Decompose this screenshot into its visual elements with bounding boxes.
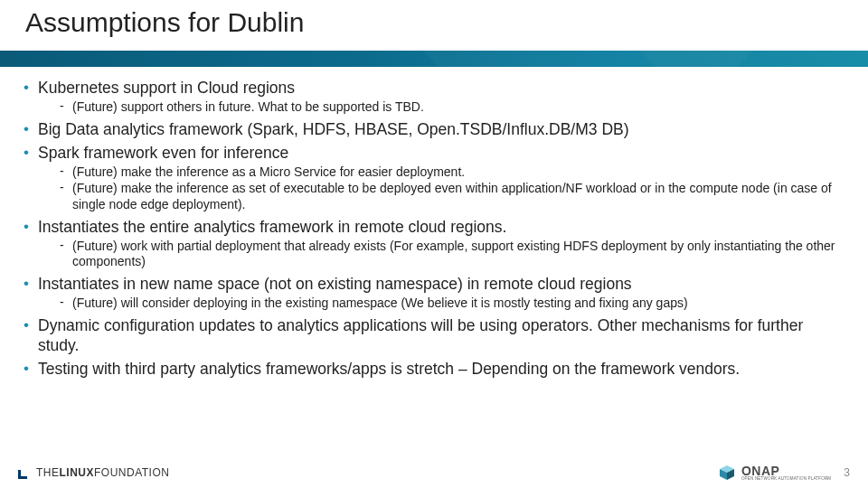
- bullet-text: Spark framework even for inference: [38, 144, 288, 162]
- sub-list: (Future) will consider deploying in the …: [38, 296, 846, 312]
- bullet-item: Dynamic configuration updates to analyti…: [22, 315, 846, 355]
- page-number: 3: [844, 466, 850, 479]
- sub-list: (Future) support others in future. What …: [38, 99, 846, 116]
- footer: THELINUXFOUNDATION ONAP OPEN NETWORK AUT…: [0, 461, 868, 488]
- slide-title: Assumptions for Dublin: [25, 7, 304, 38]
- bullet-item: Testing with third party analytics frame…: [22, 359, 846, 379]
- onap-tagline: OPEN NETWORK AUTOMATION PLATFORM: [741, 477, 831, 482]
- sub-item: (Future) will consider deploying in the …: [60, 296, 846, 312]
- lf-prefix: THE: [36, 466, 60, 479]
- sub-item: (Future) support others in future. What …: [60, 99, 846, 116]
- bullet-text: Instantiates the entire analytics framew…: [38, 218, 506, 236]
- lf-bold: LINUX: [60, 466, 95, 479]
- bullet-item: Kubernetes support in Cloud regions (Fut…: [22, 78, 846, 116]
- onap-cube-icon: [718, 465, 736, 481]
- sub-list: (Future) make the inference as a Micro S…: [38, 164, 846, 213]
- lf-text: THELINUXFOUNDATION: [36, 466, 169, 479]
- sub-item: (Future) work with partial deployment th…: [60, 239, 846, 270]
- bullet-text: Instantiates in new name space (not on e…: [38, 275, 632, 293]
- sub-list: (Future) work with partial deployment th…: [38, 239, 846, 270]
- sub-item: (Future) make the inference as a Micro S…: [60, 164, 846, 181]
- sub-item: (Future) make the inference as set of ex…: [60, 181, 846, 212]
- lf-suffix: FOUNDATION: [94, 466, 169, 479]
- onap-main: ONAP: [741, 465, 831, 477]
- bullet-text: Kubernetes support in Cloud regions: [38, 79, 295, 97]
- bullet-item: Spark framework even for inference (Futu…: [22, 143, 846, 213]
- onap-text: ONAP OPEN NETWORK AUTOMATION PLATFORM: [741, 465, 831, 482]
- bullet-list: Kubernetes support in Cloud regions (Fut…: [22, 78, 846, 379]
- onap-logo: ONAP OPEN NETWORK AUTOMATION PLATFORM: [718, 465, 831, 482]
- slide-body: Kubernetes support in Cloud regions (Fut…: [22, 74, 846, 455]
- bullet-item: Instantiates the entire analytics framew…: [22, 217, 846, 270]
- lf-mark-icon: [18, 466, 31, 479]
- bullet-item: Big Data analytics framework (Spark, HDF…: [22, 119, 846, 139]
- linux-foundation-logo: THELINUXFOUNDATION: [18, 466, 169, 479]
- bullet-item: Instantiates in new name space (not on e…: [22, 274, 846, 312]
